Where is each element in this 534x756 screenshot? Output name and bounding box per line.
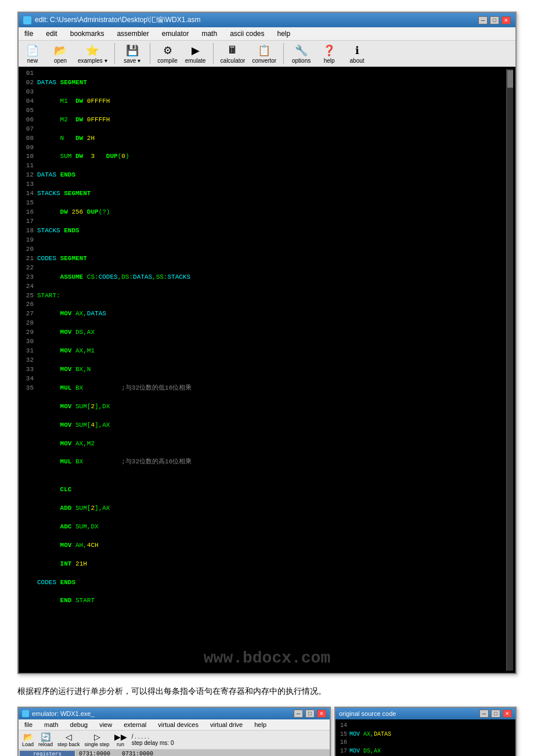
addr-right: 0731:0000 bbox=[122, 751, 153, 756]
reg-header: registers bbox=[20, 751, 75, 756]
src-window-controls: ─ □ ✕ bbox=[479, 710, 512, 718]
editor-toolbar: 📄 new 📂 open ⭐ examples ▾ 💾 save ▾ ⚙ com… bbox=[19, 41, 515, 67]
toolbar-save-button[interactable]: 💾 save ▾ bbox=[122, 44, 143, 64]
run-icon: ▶▶ bbox=[114, 732, 127, 741]
emu-addr-bar: 0731:0000 0731:0000 bbox=[77, 750, 330, 756]
toolbar-convertor-button[interactable]: 📋 convertor bbox=[252, 44, 276, 64]
toolbar-new-label: new bbox=[27, 57, 38, 64]
toolbar-convertor-label: convertor bbox=[252, 57, 276, 64]
restore-button[interactable]: □ bbox=[490, 16, 499, 24]
emu-menu-help[interactable]: help bbox=[251, 720, 270, 729]
emu-menu-external[interactable]: external bbox=[120, 720, 150, 729]
menu-assembler[interactable]: assembler bbox=[113, 28, 152, 39]
src-close-button[interactable]: ✕ bbox=[503, 710, 512, 718]
addr-left: 0731:0000 bbox=[79, 751, 110, 756]
emu-window-controls: ─ □ ✕ bbox=[294, 710, 326, 718]
emu-menu-math[interactable]: math bbox=[41, 720, 62, 729]
menu-math[interactable]: math bbox=[198, 28, 221, 39]
examples-icon: ⭐ bbox=[84, 44, 100, 57]
convertor-icon: 📋 bbox=[256, 44, 272, 57]
toolbar-open-button[interactable]: 📂 open bbox=[50, 44, 71, 64]
toolbar-examples-button[interactable]: ⭐ examples ▾ bbox=[78, 44, 107, 64]
toolbar-help-label: help bbox=[324, 57, 335, 64]
editor-window-controls: ─ □ ✕ bbox=[478, 16, 511, 24]
emu-menu-virtual-drive[interactable]: virtual drive bbox=[207, 720, 246, 729]
emu-run-button[interactable]: ▶▶ run bbox=[114, 732, 127, 747]
emulator-section: emulator: WDX1.exe_ ─ □ ✕ file math debu… bbox=[17, 707, 517, 756]
toolbar-compile-label: compile bbox=[157, 57, 177, 64]
compile-icon: ⚙ bbox=[160, 44, 176, 57]
new-icon: 📄 bbox=[24, 44, 41, 57]
editor-window: edit: C:\Users\Administrator\Desktop\汇编\… bbox=[17, 12, 517, 674]
run-label: run bbox=[117, 741, 124, 747]
toolbar-emulate-button[interactable]: ▶ emulate bbox=[185, 44, 206, 64]
src-titlebar: original source code ─ □ ✕ bbox=[335, 708, 515, 719]
editor-menubar: file edit bookmarks assembler emulator m… bbox=[19, 27, 515, 41]
src-minimize-button[interactable]: ─ bbox=[479, 710, 489, 718]
step-delay-label: / . . . . .step delay ms: 0 bbox=[132, 733, 174, 746]
singlestep-label: single step bbox=[85, 741, 110, 747]
emu-code-area: 0731:0000 0731:0000 07310:BB 184 ?▲ 0731… bbox=[77, 750, 330, 756]
emu-reload-button[interactable]: 🔄 reload bbox=[38, 732, 53, 747]
src-code-area: 14151617 18192021 22232425 26272829 MOV … bbox=[335, 719, 515, 756]
emu-minimize-button[interactable]: ─ bbox=[294, 710, 303, 718]
load-icon: 📂 bbox=[23, 732, 33, 741]
paragraph1: 根据程序的运行进行单步分析，可以得出每条指令语句在寄存器和内存中的执行情况。 bbox=[17, 685, 517, 697]
toolbar-help-button[interactable]: ❓ help bbox=[319, 44, 340, 64]
toolbar-about-button[interactable]: ℹ about bbox=[347, 44, 367, 64]
emu-menu-debug[interactable]: debug bbox=[67, 720, 92, 729]
load-label: Load bbox=[22, 741, 34, 747]
src-restore-button[interactable]: □ bbox=[491, 710, 500, 718]
menu-edit[interactable]: edit bbox=[42, 28, 60, 39]
code-content[interactable]: DATAS SEGMENT M1 DW 0FFFFH M2 DW 0FFFFH … bbox=[37, 69, 506, 671]
menu-help[interactable]: help bbox=[274, 28, 294, 39]
menu-bookmarks[interactable]: bookmarks bbox=[67, 28, 108, 39]
emulate-icon: ▶ bbox=[187, 44, 204, 57]
emu-main: registers H L AX 00 00 BX 00 bbox=[19, 750, 330, 756]
toolbar-sep2 bbox=[150, 43, 150, 64]
emu-stepback-button[interactable]: ◁ step back bbox=[57, 732, 80, 747]
emu-close-button[interactable]: ✕ bbox=[317, 710, 326, 718]
toolbar-options-label: options bbox=[292, 57, 311, 64]
options-icon: 🔧 bbox=[293, 44, 309, 57]
scroll-thumb[interactable] bbox=[507, 70, 513, 88]
editor-titlebar: edit: C:\Users\Administrator\Desktop\汇编\… bbox=[19, 13, 515, 27]
toolbar-emulate-label: emulate bbox=[185, 57, 206, 64]
toolbar-save-label: save ▾ bbox=[124, 57, 140, 64]
close-button[interactable]: ✕ bbox=[501, 16, 511, 24]
emu-restore-button[interactable]: □ bbox=[305, 710, 315, 718]
emu-load-button[interactable]: 📂 Load bbox=[22, 732, 34, 747]
emu-title-group: emulator: WDX1.exe_ bbox=[22, 710, 95, 717]
editor-title-group: edit: C:\Users\Administrator\Desktop\汇编\… bbox=[23, 15, 200, 25]
registers-panel: registers H L AX 00 00 BX 00 bbox=[19, 750, 77, 756]
line-numbers: 0102030405 0607080910 1112131415 1617181… bbox=[21, 69, 37, 671]
editor-title-text: edit: C:\Users\Administrator\Desktop\汇编\… bbox=[35, 15, 200, 25]
menu-emulator[interactable]: emulator bbox=[158, 28, 193, 39]
emu-titlebar: emulator: WDX1.exe_ ─ □ ✕ bbox=[19, 708, 330, 719]
minimize-button[interactable]: ─ bbox=[478, 16, 488, 24]
menu-file[interactable]: file bbox=[21, 28, 37, 39]
toolbar-calculator-button[interactable]: 🖩 calculator bbox=[221, 44, 246, 64]
toolbar-calculator-label: calculator bbox=[221, 57, 246, 64]
emu-menu-virtual-devices[interactable]: virtual devices bbox=[154, 720, 202, 729]
menu-ascii-codes[interactable]: ascii codes bbox=[226, 28, 268, 39]
toolbar-examples-label: examples ▾ bbox=[78, 57, 107, 64]
toolbar-about-label: about bbox=[350, 57, 365, 64]
toolbar-sep3 bbox=[213, 43, 214, 64]
emu-menu-file[interactable]: file bbox=[21, 720, 36, 729]
source-window: original source code ─ □ ✕ 14151617 1819… bbox=[334, 707, 517, 756]
emu-menubar: file math debug view external virtual de… bbox=[19, 719, 330, 730]
emu-toolbar: 📂 Load 🔄 reload ◁ step back ▷ single ste… bbox=[19, 730, 330, 750]
calculator-icon: 🖩 bbox=[225, 44, 241, 57]
editor-code-area: 0102030405 0607080910 1112131415 1617181… bbox=[19, 67, 515, 673]
toolbar-open-label: open bbox=[54, 57, 67, 64]
reload-label: reload bbox=[38, 741, 53, 747]
emu-menu-view[interactable]: view bbox=[96, 720, 116, 729]
editor-scrollbar[interactable] bbox=[506, 69, 513, 671]
toolbar-sep1 bbox=[114, 43, 115, 64]
toolbar-compile-button[interactable]: ⚙ compile bbox=[157, 44, 178, 64]
emu-singlestep-button[interactable]: ▷ single step bbox=[85, 732, 110, 747]
emu-title-text: emulator: WDX1.exe_ bbox=[32, 710, 95, 717]
toolbar-new-button[interactable]: 📄 new bbox=[22, 44, 43, 64]
toolbar-options-button[interactable]: 🔧 options bbox=[291, 44, 312, 64]
